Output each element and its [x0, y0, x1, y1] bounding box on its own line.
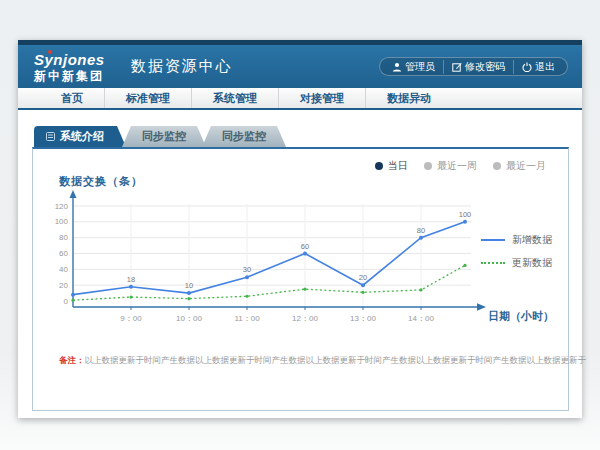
y-tick-label: 40	[59, 265, 68, 274]
data-point	[361, 291, 364, 294]
legend-label: 更新数据	[512, 256, 552, 270]
y-tick-label: 100	[55, 217, 69, 226]
data-label: 80	[417, 226, 425, 235]
radio-last-week[interactable]: 最近一周	[424, 159, 477, 173]
nav-item-interface-mgmt[interactable]: 对接管理	[278, 88, 365, 108]
tab-label: 系统介绍	[60, 129, 104, 144]
data-point	[71, 299, 74, 302]
y-tick-label: 120	[55, 202, 69, 211]
main-nav: 首页 标准管理 系统管理 对接管理 数据异动	[18, 88, 582, 110]
chart-panel: 当日 最近一周 最近一月 数据交换（条） 0204060801001209：00…	[32, 147, 569, 411]
x-tick-label: 12：00	[292, 314, 318, 323]
page-title: 数据资源中心	[131, 57, 233, 76]
legend-item-update-data[interactable]: 更新数据	[481, 256, 552, 270]
x-tick-label: 9：00	[120, 314, 142, 323]
content-area: 系统介绍 同步监控 同步监控 当日 最近一周 最近一月 数据交换（条） 0204…	[18, 112, 582, 418]
company-logo: Synjones 新中新集团	[34, 52, 105, 82]
y-axis-title: 数据交换（条）	[59, 174, 143, 189]
data-point	[245, 275, 249, 279]
logo-red-dot	[48, 50, 52, 54]
tab-system-intro[interactable]: 系统介绍	[34, 126, 126, 147]
tab-sync-monitor-1[interactable]: 同步监控	[122, 126, 206, 147]
change-password-label: 修改密码	[465, 60, 505, 74]
footnote-text: 以上数据更新于时间产生数据以上数据更新于时间产生数据以上数据更新于时间产生数据以…	[85, 355, 587, 365]
user-icon	[392, 62, 402, 72]
nav-item-home[interactable]: 首页	[40, 88, 104, 108]
legend-label: 新增数据	[512, 233, 552, 247]
data-point	[129, 295, 132, 298]
data-point	[463, 264, 466, 267]
user-toolbar: 管理员 修改密码 退出	[379, 57, 568, 76]
footnote: 备注：以上数据更新于时间产生数据以上数据更新于时间产生数据以上数据更新于时间产生…	[59, 355, 586, 367]
y-axis-arrow	[70, 190, 77, 198]
radio-dot	[375, 162, 383, 170]
data-point	[187, 297, 190, 300]
x-axis-arrow	[477, 303, 486, 311]
x-tick-label: 11：00	[234, 314, 260, 323]
y-tick-label: 60	[59, 249, 68, 258]
power-icon	[522, 62, 532, 72]
logo-text: Synjones	[34, 52, 105, 67]
header-bar: Synjones 新中新集团 数据资源中心 管理员 修改密码 退出	[18, 45, 582, 88]
x-axis-title: 日期（小时）	[488, 309, 554, 324]
y-tick-label: 20	[59, 281, 68, 290]
data-point	[419, 288, 422, 291]
document-icon	[46, 132, 55, 141]
data-point	[303, 252, 307, 256]
radio-label: 当日	[388, 159, 408, 173]
user-label: 管理员	[405, 60, 435, 74]
data-point	[245, 295, 248, 298]
data-label: 30	[243, 265, 251, 274]
data-label: 18	[127, 275, 135, 284]
nav-item-data-change[interactable]: 数据异动	[365, 88, 452, 108]
legend-item-new-data[interactable]: 新增数据	[481, 233, 552, 247]
radio-label: 最近一周	[437, 159, 477, 173]
data-point	[129, 285, 133, 289]
footnote-prefix: 备注：	[59, 355, 85, 365]
data-point	[463, 220, 467, 224]
radio-label: 最近一月	[506, 159, 546, 173]
tab-label: 同步监控	[142, 129, 186, 144]
x-tick-label: 13：00	[350, 314, 376, 323]
logo-subtext: 新中新集团	[34, 70, 105, 82]
logout-label: 退出	[535, 60, 555, 74]
user-menu[interactable]: 管理员	[384, 60, 443, 74]
line-chart: 0204060801001209：0010：0011：0012：0013：001…	[43, 189, 493, 329]
chart-legend: 新增数据 更新数据	[481, 233, 552, 270]
legend-line-solid	[481, 239, 505, 241]
logout-button[interactable]: 退出	[513, 60, 563, 74]
data-point	[419, 236, 423, 240]
radio-dot	[493, 162, 501, 170]
y-tick-label: 0	[64, 297, 69, 306]
tab-label: 同步监控	[222, 129, 266, 144]
legend-line-dotted	[481, 262, 505, 264]
edit-icon	[452, 62, 462, 72]
y-tick-label: 80	[59, 233, 68, 242]
data-point	[361, 283, 365, 287]
data-point	[187, 291, 191, 295]
tab-sync-monitor-2[interactable]: 同步监控	[202, 126, 286, 147]
data-point	[71, 293, 75, 297]
page-card: Synjones 新中新集团 数据资源中心 管理员 修改密码 退出 首页 标准管…	[18, 40, 582, 418]
radio-last-month[interactable]: 最近一月	[493, 159, 546, 173]
data-label: 20	[359, 273, 367, 282]
radio-dot	[424, 162, 432, 170]
data-label: 100	[459, 210, 472, 219]
radio-today[interactable]: 当日	[375, 159, 408, 173]
x-tick-label: 14：00	[408, 314, 434, 323]
time-range-filter: 当日 最近一周 最近一月	[375, 159, 546, 173]
nav-item-standard-mgmt[interactable]: 标准管理	[104, 88, 191, 108]
data-label: 60	[301, 242, 309, 251]
x-tick-label: 10：00	[176, 314, 202, 323]
change-password-button[interactable]: 修改密码	[443, 60, 513, 74]
data-label: 10	[185, 281, 193, 290]
data-point	[303, 288, 306, 291]
tab-bar: 系统介绍 同步监控 同步监控	[34, 126, 286, 147]
nav-item-system-mgmt[interactable]: 系统管理	[191, 88, 278, 108]
